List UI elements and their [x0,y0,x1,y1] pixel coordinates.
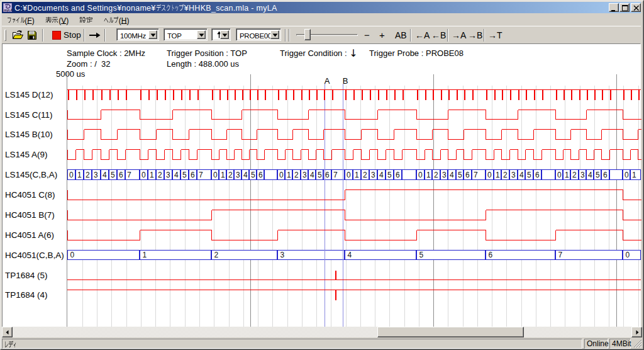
svg-text:2: 2 [294,171,299,179]
svg-text:2: 2 [86,171,90,179]
svg-text:1: 1 [565,171,569,179]
svg-text:4: 4 [310,171,314,179]
svg-text:1: 1 [496,171,500,179]
svg-text:3: 3 [166,171,170,179]
svg-text:6: 6 [603,171,608,179]
svg-text:6: 6 [119,171,123,179]
svg-text:4: 4 [174,171,179,179]
svg-text:4: 4 [103,171,107,179]
horizontal-scrollbar [2,327,642,337]
svg-text:2: 2 [363,171,367,179]
svg-text:0: 0 [626,251,630,259]
svg-text:3: 3 [442,171,447,179]
svg-text:1: 1 [426,171,431,179]
svg-text:5: 5 [527,171,531,179]
svg-text:4: 4 [379,171,384,179]
svg-text:5: 5 [458,171,462,179]
svg-text:6: 6 [258,171,263,179]
svg-text:7: 7 [558,251,563,259]
svg-text:2: 2 [434,171,438,179]
scroll-left-arrow-icon [5,330,10,335]
svg-text:0: 0 [557,171,562,179]
scrollbar-thumb[interactable] [377,327,524,337]
scroll-right-button[interactable] [631,327,642,337]
svg-text:7: 7 [333,171,338,179]
status-online-panel: Online [584,339,608,349]
svg-text:3: 3 [280,251,285,259]
waveform-plot[interactable]: 0123456701234567012345601234567012345601… [0,0,644,350]
svg-text:0: 0 [418,171,423,179]
svg-text:6: 6 [325,171,330,179]
svg-text:2: 2 [503,171,508,179]
svg-text:6: 6 [191,171,195,179]
svg-text:1: 1 [143,251,147,259]
svg-text:5: 5 [251,171,255,179]
svg-text:3: 3 [303,171,307,179]
svg-text:3: 3 [371,171,375,179]
svg-text:0: 0 [487,171,492,179]
svg-text:6: 6 [465,171,470,179]
svg-text:5: 5 [387,171,392,179]
svg-text:0: 0 [213,171,218,179]
svg-text:6: 6 [535,171,540,179]
scroll-left-button[interactable] [2,327,13,337]
status-bar: Online 4MBit [2,339,642,349]
svg-text:3: 3 [236,171,240,179]
status-message-panel [2,339,582,349]
svg-text:0: 0 [279,171,284,179]
svg-text:7: 7 [127,171,131,179]
svg-text:5: 5 [419,251,424,259]
svg-text:4: 4 [348,251,352,259]
svg-text:4: 4 [588,171,592,179]
resize-grip[interactable] [633,339,642,348]
svg-text:3: 3 [580,171,585,179]
svg-text:0: 0 [70,251,75,259]
status-online: Online [587,339,609,348]
svg-text:5: 5 [596,171,600,179]
svg-text:6: 6 [396,171,400,179]
svg-text:0: 0 [142,171,146,179]
svg-text:5: 5 [318,171,322,179]
svg-text:5: 5 [182,171,187,179]
svg-text:3: 3 [511,171,516,179]
svg-text:0: 0 [69,171,74,179]
svg-text:0: 0 [625,171,629,179]
svg-text:2: 2 [214,251,219,259]
svg-text:4: 4 [243,171,248,179]
svg-text:2: 2 [158,171,162,179]
svg-text:2: 2 [228,171,233,179]
svg-text:3: 3 [94,171,98,179]
svg-text:1: 1 [355,171,359,179]
svg-text:5: 5 [111,171,115,179]
svg-text:7: 7 [199,171,203,179]
svg-text:0: 0 [347,171,351,179]
status-memory-panel: 4MBit [609,339,631,349]
svg-text:1: 1 [287,171,291,179]
svg-text:4: 4 [450,171,454,179]
scroll-right-arrow-icon [635,330,640,335]
svg-text:1: 1 [150,171,154,179]
svg-text:6: 6 [489,251,493,259]
svg-text:2: 2 [572,171,577,179]
svg-text:4: 4 [519,171,524,179]
svg-text:1: 1 [77,171,82,179]
svg-text:7: 7 [474,171,478,179]
svg-text:1: 1 [632,171,636,179]
status-memory: 4MBit [612,339,631,348]
status-ready [4,341,17,349]
svg-text:1: 1 [221,171,225,179]
